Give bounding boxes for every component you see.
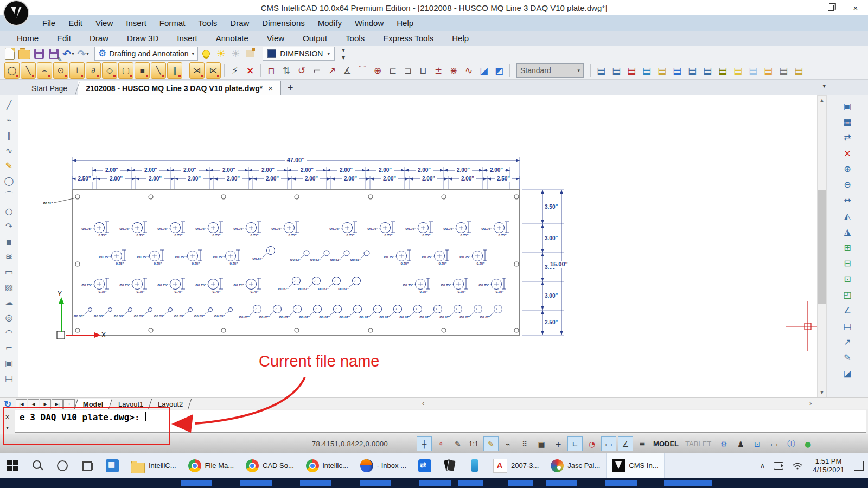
cancel-icon[interactable]: × — [243, 63, 257, 78]
taskbar-clock[interactable]: 1:51 PM4/15/2021 — [807, 457, 850, 474]
user-icon[interactable]: ♟ — [733, 436, 748, 451]
draw-block-icon[interactable]: ▣ — [2, 356, 16, 370]
menu-window[interactable]: Window — [348, 18, 390, 28]
draw-donut-icon[interactable]: ◎ — [2, 310, 16, 325]
tablet-label[interactable]: TABLET — [685, 440, 711, 448]
dim-update-icon[interactable]: ∿ — [462, 63, 476, 78]
restore-button[interactable] — [818, 0, 843, 15]
layer-freeze-icon[interactable]: ▤ — [746, 63, 760, 78]
tab-close-icon[interactable]: × — [268, 84, 273, 93]
dim-leader-icon[interactable]: ⌐ — [310, 63, 324, 78]
layer-style-dropdown[interactable]: DIMENSION ▾ — [263, 47, 335, 61]
draw-spline-icon[interactable]: ∿ — [2, 143, 16, 158]
join-tool-icon[interactable]: ⊟ — [840, 256, 855, 271]
menu-format[interactable]: Format — [153, 18, 192, 28]
dim-center-mark-icon[interactable]: ⊕ — [371, 63, 385, 78]
search-button[interactable] — [25, 453, 50, 478]
trim-tool-icon[interactable]: ⊖ — [840, 177, 855, 192]
rotate-tool-icon[interactable]: ◭ — [840, 209, 855, 223]
layout-tab-layout1[interactable]: Layout1 — [110, 399, 151, 409]
ribbon-tab-view[interactable]: View — [258, 34, 293, 43]
draw-polyline-icon[interactable]: ⌁ — [2, 113, 16, 127]
dim-arrow-icon[interactable]: ↗ — [325, 63, 339, 78]
new-file-button[interactable] — [3, 47, 16, 60]
snap-insertion-icon[interactable]: ▢ — [118, 62, 133, 79]
snap-endpoint-icon[interactable]: ╲ — [21, 62, 36, 79]
menu-insert[interactable]: Insert — [119, 18, 153, 28]
layers-tool-icon[interactable]: ▤ — [840, 319, 855, 333]
layout-nav-0[interactable]: |◀ — [16, 399, 27, 409]
draw-line-icon[interactable]: ╱ — [2, 98, 16, 112]
draw-rectangle-icon[interactable]: ▭ — [2, 265, 16, 279]
ribbon-tab-insert[interactable]: Insert — [168, 34, 207, 43]
draw-elbow-icon[interactable]: ⌐ — [2, 341, 16, 355]
scroll-down-icon[interactable]: ▼ — [818, 388, 826, 397]
vertical-scroll-thumb[interactable] — [818, 190, 826, 304]
dim-style-icon[interactable]: ◩ — [492, 63, 506, 78]
layer-walk-icon[interactable]: ▤ — [700, 63, 714, 78]
toolbar-overflow-button[interactable]: ▾▾ — [342, 46, 345, 61]
display-icon[interactable]: ⊡ — [750, 436, 765, 451]
minimize-button[interactable] — [793, 0, 818, 15]
menu-dimensions[interactable]: Dimensions — [256, 18, 311, 28]
draw-ellipse-icon[interactable]: ○ — [2, 204, 16, 219]
ribbon-tab-edit[interactable]: Edit — [48, 34, 80, 43]
snap-extension-icon[interactable]: ⋉ — [206, 62, 221, 79]
crosshair-toggle[interactable]: + — [551, 436, 566, 451]
snap-perpendicular-icon[interactable]: ⊥ — [69, 62, 85, 79]
menu-view[interactable]: View — [89, 18, 119, 28]
layout-nav-3[interactable]: ▶| — [52, 399, 63, 409]
draw-arc-icon[interactable]: ⌒ — [2, 189, 16, 203]
task-view-button[interactable] — [75, 453, 100, 478]
dim-linear-icon[interactable]: ⊓ — [264, 63, 278, 78]
open-file-button[interactable] — [18, 47, 31, 60]
start-button[interactable] — [0, 453, 25, 478]
dim-break-icon[interactable]: ⋇ — [446, 63, 461, 78]
draw-double-line-icon[interactable]: ∥ — [2, 128, 16, 143]
layer-off-icon[interactable]: ▤ — [716, 63, 730, 78]
layer-match-icon[interactable]: ▤ — [640, 63, 654, 78]
measure-tool-icon[interactable]: ∠ — [840, 303, 855, 318]
chrome-intellicad[interactable]: intellic... — [300, 453, 354, 478]
quick-input-toggle[interactable]: ⌁ — [500, 436, 515, 451]
new-tab-button[interactable]: + — [281, 81, 300, 95]
layer-browse-icon[interactable]: ▤ — [594, 63, 608, 78]
ribbon-tab-express-tools[interactable]: Express Tools — [374, 34, 443, 43]
layout-nav-2[interactable]: ▶ — [40, 399, 51, 409]
draw-circle-icon[interactable]: ◯ — [2, 174, 16, 188]
phone-app[interactable] — [462, 453, 487, 478]
workspace-dropdown[interactable]: ⚙ Drafting and Annotation ▾ — [94, 47, 198, 61]
snap-element-icon[interactable]: ◯ — [4, 62, 20, 79]
dim-continue-icon[interactable]: ⊐ — [401, 63, 415, 78]
dim-rotated-icon[interactable]: ↺ — [295, 63, 309, 78]
delete-tool-icon[interactable]: × — [840, 146, 855, 160]
exchange-tool-icon[interactable]: ⇄ — [840, 130, 855, 145]
annotation-toggle[interactable]: ✎ — [483, 436, 499, 451]
layer-on-icon[interactable]: ▤ — [731, 63, 745, 78]
draw-region-icon[interactable]: ☁ — [2, 295, 16, 310]
layer-current-icon[interactable]: ▤ — [670, 63, 684, 78]
snap-marker-toggle[interactable]: ⌖ — [433, 436, 449, 451]
info-icon[interactable]: ⓘ — [783, 436, 799, 451]
jasc-paint-app[interactable]: Jasc Pai... — [545, 453, 606, 478]
draw-pattern-icon[interactable]: ▤ — [2, 371, 16, 386]
command-expand-icon[interactable]: ▾ — [6, 425, 9, 431]
calculator-app[interactable] — [100, 453, 125, 478]
scale-tool-icon[interactable]: ◮ — [840, 224, 855, 239]
undo-button[interactable]: ↶▾ — [62, 47, 75, 60]
ribbon-tab-draw-3d[interactable]: Draw 3D — [118, 34, 168, 43]
draw-spring-icon[interactable]: ≋ — [2, 249, 16, 264]
draw-revcloud-icon[interactable]: ↷ — [2, 219, 16, 234]
mirror-tool-icon[interactable]: ↔ — [840, 193, 855, 208]
menu-edit[interactable]: Edit — [62, 18, 89, 28]
brightness-button[interactable]: ☀ — [214, 47, 227, 60]
run-command-icon[interactable]: ⚡ — [228, 63, 242, 78]
extend-tool-icon[interactable]: ↗ — [840, 335, 855, 349]
pdf-2007-doc[interactable]: 2007-3... — [487, 453, 545, 478]
ribbon-tab-home[interactable]: Home — [8, 34, 48, 43]
layer-manager-icon[interactable]: ▤ — [609, 63, 623, 78]
dim-angular-icon[interactable]: ∡ — [340, 63, 354, 78]
online-status-icon[interactable]: ● — [800, 436, 815, 451]
tray-device-icon[interactable] — [769, 462, 788, 470]
layer-unlock-icon[interactable]: ▤ — [792, 63, 806, 78]
